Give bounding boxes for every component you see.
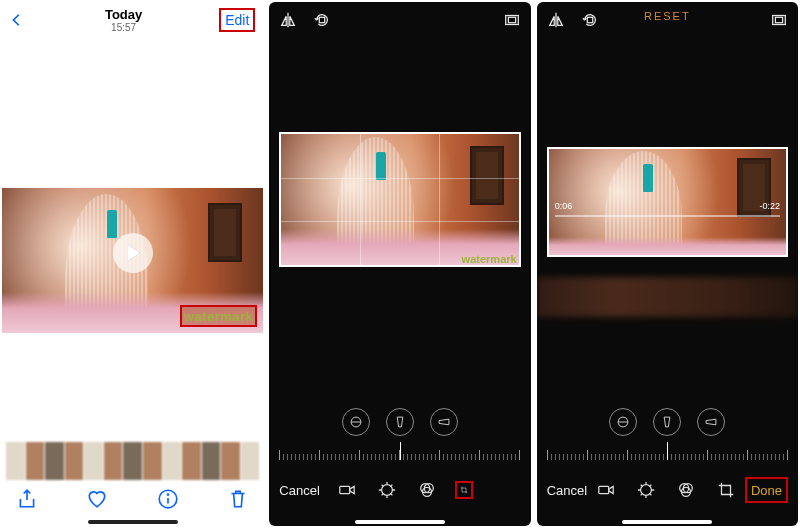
thumbnail-strip[interactable]	[2, 442, 263, 480]
home-indicator[interactable]	[622, 520, 712, 524]
bottom-toolbar	[2, 482, 263, 516]
svg-point-2	[167, 494, 168, 495]
share-icon[interactable]	[16, 488, 38, 510]
crop-handle-tl[interactable]	[547, 147, 559, 159]
rotate-icon[interactable]	[581, 11, 599, 29]
svg-rect-3	[320, 17, 325, 22]
cancel-button[interactable]: Cancel	[547, 483, 587, 498]
skew-vertical-icon[interactable]	[386, 408, 414, 436]
rotation-mode-buttons	[537, 408, 798, 436]
angle-ruler-marker	[400, 442, 401, 460]
crop-handle-tr[interactable]	[776, 147, 788, 159]
flip-horizontal-icon[interactable]	[279, 11, 297, 29]
watermark-text: watermark	[462, 253, 517, 265]
home-indicator[interactable]	[88, 520, 178, 524]
time-start: 0:06	[555, 201, 573, 211]
video-timeline[interactable]: 0:06 -0:22	[555, 215, 780, 217]
skew-horizontal-icon[interactable]	[697, 408, 725, 436]
time-end: -0:22	[759, 201, 780, 211]
skew-vertical-icon[interactable]	[653, 408, 681, 436]
cancel-button[interactable]: Cancel	[279, 483, 319, 498]
home-indicator[interactable]	[355, 520, 445, 524]
trash-icon[interactable]	[227, 488, 249, 510]
crop-frame[interactable]	[547, 147, 788, 257]
crop-handle-tr[interactable]	[509, 132, 521, 144]
crop-mode-icon[interactable]	[455, 481, 473, 499]
svg-rect-13	[587, 17, 592, 22]
watermark-highlight: watermark	[180, 305, 258, 327]
skew-horizontal-icon[interactable]	[430, 408, 458, 436]
aspect-ratio-icon[interactable]	[770, 11, 788, 29]
straighten-icon[interactable]	[342, 408, 370, 436]
play-icon[interactable]	[113, 233, 153, 273]
svg-rect-5	[508, 17, 515, 22]
panel-photos-preview: Today 15:57 Edit watermark	[2, 2, 263, 526]
editor-top-bar	[537, 2, 798, 38]
filters-mode-icon[interactable]	[677, 481, 695, 499]
rotation-mode-buttons	[269, 408, 530, 436]
crop-handle-bl[interactable]	[279, 255, 291, 267]
svg-rect-8	[340, 486, 350, 493]
blurred-outside-crop	[537, 277, 798, 317]
video-mode-icon[interactable]	[597, 481, 615, 499]
nav-bar: Today 15:57 Edit	[2, 2, 263, 38]
adjust-mode-icon[interactable]	[637, 481, 655, 499]
subtitle: 15:57	[28, 22, 219, 33]
crop-handle-tl[interactable]	[279, 132, 291, 144]
crop-mode-icon[interactable]	[717, 481, 735, 499]
back-button[interactable]	[10, 9, 28, 32]
crop-canvas[interactable]: 0:06 -0:22	[547, 147, 788, 257]
flip-horizontal-icon[interactable]	[547, 11, 565, 29]
heart-icon[interactable]	[86, 488, 108, 510]
editor-top-bar	[269, 2, 530, 38]
watermark-text: watermark	[184, 309, 254, 324]
info-icon[interactable]	[157, 488, 179, 510]
straighten-icon[interactable]	[609, 408, 637, 436]
editor-bottom-bar: Cancel Done	[537, 470, 798, 510]
video-mode-icon[interactable]	[338, 481, 356, 499]
edit-highlight: Edit	[219, 8, 255, 32]
video-preview[interactable]: watermark	[2, 188, 263, 333]
rotate-icon[interactable]	[313, 11, 331, 29]
aspect-ratio-icon[interactable]	[503, 11, 521, 29]
svg-rect-18	[599, 486, 609, 493]
editor-bottom-bar: Cancel	[269, 470, 530, 510]
done-button[interactable]: Done	[751, 483, 782, 498]
panel-crop-editor: watermark Cancel	[269, 2, 530, 526]
panel-crop-done: RESET 0:06 -0:22	[537, 2, 798, 526]
filters-mode-icon[interactable]	[418, 481, 436, 499]
crop-frame[interactable]	[279, 132, 520, 267]
title-group: Today 15:57	[28, 7, 219, 33]
edit-button[interactable]: Edit	[225, 12, 249, 28]
crop-handle-bl[interactable]	[547, 245, 559, 257]
crop-canvas[interactable]: watermark	[279, 132, 520, 267]
crop-handle-br[interactable]	[776, 245, 788, 257]
title: Today	[28, 7, 219, 22]
adjust-mode-icon[interactable]	[378, 481, 396, 499]
done-highlight: Done	[745, 477, 788, 503]
angle-ruler-marker	[667, 442, 668, 460]
svg-rect-15	[775, 17, 782, 22]
